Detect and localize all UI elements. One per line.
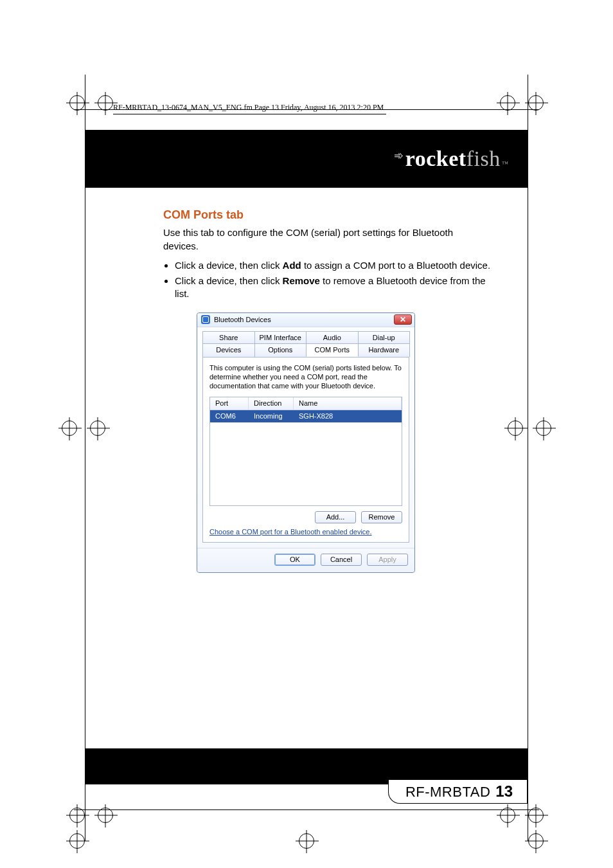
footer-band: RF-MRBTAD 13	[85, 748, 528, 784]
registration-mark-icon	[528, 95, 544, 111]
source-file-tag: RF-MRBTAD_13-0674_MAN_V5_ENG.fm Page 13 …	[113, 103, 386, 114]
dialog-footer: OK Cancel Apply	[197, 548, 414, 572]
section-intro: Use this tab to configure the COM (seria…	[163, 226, 491, 253]
tab-dial-up[interactable]: Dial-up	[358, 331, 411, 344]
registration-mark-icon	[90, 420, 105, 436]
footer-page: 13	[495, 782, 513, 800]
logo-tm: ™	[502, 160, 508, 167]
cancel-button[interactable]: Cancel	[321, 554, 362, 566]
close-icon: ✕	[400, 316, 406, 323]
tab-audio[interactable]: Audio	[306, 331, 359, 344]
list-header: Port Direction Name	[210, 397, 402, 410]
dialog-titlebar[interactable]: Bluetooth Devices ✕	[197, 313, 414, 327]
add-button[interactable]: Add...	[315, 511, 356, 523]
tab-hardware[interactable]: Hardware	[358, 343, 411, 357]
registration-mark-icon	[98, 808, 113, 823]
tab-options[interactable]: Options	[254, 343, 307, 357]
logo-light: fish	[466, 147, 501, 171]
col-header-name[interactable]: Name	[294, 397, 402, 410]
bluetooth-devices-dialog: Bluetooth Devices ✕ Share PIM Interface …	[197, 312, 415, 573]
dialog-title-text: Bluetooth Devices	[214, 315, 271, 325]
tab-devices[interactable]: Devices	[202, 343, 255, 357]
bullet-item: Click a device, then click Add to assign…	[175, 259, 491, 272]
bullet-post: to assign a COM port to a Bluetooth devi…	[301, 260, 490, 271]
choose-com-port-link[interactable]: Choose a COM port for a Bluetooth enable…	[209, 527, 402, 537]
ok-button[interactable]: OK	[274, 554, 315, 566]
footer-label: RF-MRBTAD 13	[388, 780, 528, 804]
registration-mark-icon	[299, 833, 314, 849]
tab-pim-interface[interactable]: PIM Interface	[254, 331, 307, 344]
cell-name: SGH-X828	[294, 410, 402, 422]
logo-swirl-icon: ➾	[394, 149, 404, 163]
list-row-selected[interactable]: COM6 Incoming SGH-X828	[210, 410, 402, 422]
registration-mark-icon	[536, 420, 551, 436]
registration-mark-icon	[62, 420, 77, 436]
apply-button: Apply	[367, 554, 408, 566]
cell-port: COM6	[210, 410, 249, 422]
crop-line	[74, 809, 539, 810]
registration-mark-icon	[528, 808, 544, 823]
registration-mark-icon	[69, 95, 85, 111]
com-ports-panel: This computer is using the COM (serial) …	[202, 357, 409, 543]
header-band: ➾ rocketfish ™	[85, 130, 528, 188]
tab-share[interactable]: Share	[202, 331, 255, 344]
registration-mark-icon	[69, 808, 85, 823]
footer-model: RF-MRBTAD	[405, 784, 490, 800]
panel-explanation: This computer is using the COM (serial) …	[209, 364, 402, 390]
registration-mark-icon	[98, 95, 113, 111]
bullet-bold: Remove	[283, 275, 320, 286]
registration-mark-icon	[528, 833, 544, 849]
content-region: COM Ports tab Use this tab to configure …	[163, 201, 491, 573]
tab-strip: Share PIM Interface Audio Dial-up Device…	[197, 327, 414, 357]
bullet-pre: Click a device, then click	[175, 260, 283, 271]
crop-line	[85, 75, 85, 841]
crop-line	[528, 75, 528, 841]
bullet-bold: Add	[283, 260, 301, 271]
bullet-item: Click a device, then click Remove to rem…	[175, 275, 491, 301]
col-header-direction[interactable]: Direction	[249, 397, 294, 410]
registration-mark-icon	[69, 833, 85, 849]
registration-mark-icon	[500, 808, 515, 823]
bullet-pre: Click a device, then click	[175, 275, 283, 286]
section-heading: COM Ports tab	[163, 207, 491, 222]
registration-mark-icon	[500, 95, 515, 111]
logo-strong: rocket	[405, 147, 466, 171]
cell-direction: Incoming	[249, 410, 294, 422]
com-ports-list[interactable]: Port Direction Name COM6 Incoming SGH-X8…	[209, 397, 402, 506]
col-header-port[interactable]: Port	[210, 397, 249, 410]
tab-com-ports[interactable]: COM Ports	[306, 343, 359, 357]
close-button[interactable]: ✕	[394, 314, 412, 325]
bluetooth-icon	[201, 315, 210, 324]
remove-button[interactable]: Remove	[361, 511, 402, 523]
registration-mark-icon	[508, 420, 523, 436]
section-bullets: Click a device, then click Add to assign…	[175, 259, 491, 301]
rocketfish-logo: ➾ rocketfish ™	[394, 147, 508, 171]
